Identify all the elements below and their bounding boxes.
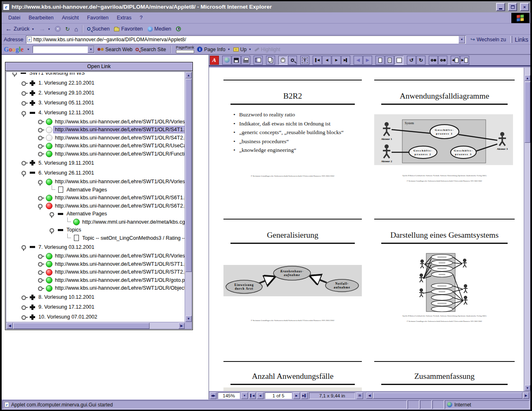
address-dropdown-button[interactable]: ▼ [458,36,465,43]
tree-item[interactable]: http://www.mml.uni-hannover.de/meta/kbs.… [6,218,185,226]
tree-item[interactable]: Topic -- swtOnt_LingConMethods3 / Rating… [6,234,185,242]
next-document-button[interactable]: ▶ [460,56,469,65]
next-page-button[interactable]: ▶ [332,56,341,65]
home-button[interactable]: ⌂ [72,25,80,33]
next-page-button[interactable]: ▶ [293,392,300,399]
tree-collapsed-handle-icon[interactable] [38,135,44,141]
tree-collapsed-handle-icon[interactable] [21,100,28,106]
tree-item[interactable]: 3. Vorlesung 05.11.2001 [6,98,185,108]
page-indicator[interactable]: 1 of 5 [265,392,292,399]
tree-item[interactable]: http://www.kbs.uni-hannover.de/Lehre/SWT… [6,134,185,142]
tree-collapsed-handle-icon[interactable] [38,277,44,283]
scroll-up-button[interactable]: ▲ [525,75,530,81]
prev-document-button[interactable]: ◀ [451,56,460,65]
menu-ansicht[interactable]: Ansicht [58,13,83,22]
search-site-button[interactable]: Search Site [135,47,166,52]
zoom-in-button[interactable] [288,56,297,65]
google-search-dropdown[interactable]: ▼ [88,46,94,53]
tree-expanded-handle-icon[interactable] [12,73,19,76]
tree-item[interactable]: http://www.kbs.uni-hannover.de/Lehre/SWT… [6,260,185,268]
go-button[interactable]: ↪ Wechseln zu [468,35,508,43]
last-page-button[interactable]: ▶▌ [301,392,308,399]
back-dropdown-icon[interactable]: ▼ [31,28,34,31]
highlight-button[interactable]: Highlight [254,47,280,52]
tree-collapsed-handle-icon[interactable] [21,90,28,96]
tree-item[interactable]: http://www.kbs.uni-hannover.de/Lehre/SWT… [6,276,185,284]
splitter-button[interactable]: ◀▶ [210,392,216,399]
tree-collapsed-handle-icon[interactable] [21,304,28,310]
tree-collapsed-handle-icon[interactable] [21,294,28,300]
tree-item[interactable]: 4. Vorlesung 12.11.2001 [6,108,185,118]
tree-item[interactable]: Alternative Pages [6,186,185,194]
tree-collapsed-handle-icon[interactable] [38,261,44,267]
tree-item[interactable]: 9. Vorlesung 17.12.2001 [6,302,185,312]
copy-button[interactable] [266,56,275,65]
scroll-right-button[interactable]: ▶ [523,392,529,399]
tree-item[interactable]: http://www.kbs.uni-hannover.de/Lehre/SWT… [6,150,185,158]
tree-expanded-handle-icon[interactable] [21,170,28,176]
scrollbar-thumb[interactable] [525,82,530,143]
tree-item[interactable]: Topics [6,226,185,234]
scroll-down-button[interactable]: ▼ [525,385,530,391]
first-page-button[interactable]: ▌◀ [249,392,256,399]
menu-favoriten[interactable]: Favoriten [83,13,113,22]
favorites-button[interactable]: Favoriten [112,25,145,33]
tree-expanded-handle-icon[interactable] [49,227,56,233]
save-button[interactable] [232,56,241,65]
print-button[interactable] [241,56,250,65]
menu-hilfe[interactable]: ? [135,13,147,22]
rotate-left-button[interactable]: ↺ [407,56,416,65]
zoom-dropdown-button[interactable]: ▼ [241,392,248,399]
tree-expanded-handle-icon[interactable] [21,244,28,250]
tree-expanded-handle-icon[interactable] [21,110,28,116]
tree-item[interactable]: http://www.kbs.uni-hannover.de/Lehre/SWT… [6,126,185,134]
scrollbar-thumb[interactable] [185,79,192,272]
refresh-button[interactable]: ↻ [63,25,72,33]
search-web-button[interactable]: Search Web [97,47,133,52]
tree-collapsed-handle-icon[interactable] [38,151,44,157]
tree-item[interactable]: 8. Vorlesung 10.12.2001 [6,292,185,302]
scroll-down-button[interactable]: ▼ [185,316,192,322]
tree-item[interactable]: 1. Vorlesung 22.10.2001 [6,78,185,88]
tree-collapsed-handle-icon[interactable] [38,127,44,133]
pdf-vertical-scrollbar[interactable]: ▲ ▼ [524,68,530,391]
menu-bearbeiten[interactable]: Bearbeiten [24,13,57,22]
minimize-button[interactable] [496,3,505,11]
google-search-input[interactable]: ▼ [33,46,95,53]
google-logo[interactable]: Google [4,46,24,53]
tree-item[interactable]: http://www.kbs.uni-hannover.de/Lehre/SWT… [6,194,185,202]
scroll-left-button[interactable]: ◀ [366,392,373,399]
google-logo-dropdown[interactable]: ▼ [27,48,30,51]
tree-item[interactable]: http://www.kbs.uni-hannover.de/Lehre/SWT… [6,118,185,126]
tree-collapsed-handle-icon[interactable] [38,195,44,201]
tree-collapsed-handle-icon[interactable] [38,118,44,125]
fit-width-button[interactable] [394,56,404,65]
address-input[interactable]: e http://www.kbs.uni-hannover.de/~gavril… [26,35,466,44]
tree-item[interactable]: 2. Vorlesung 29.10.2001 [6,88,185,98]
tree-collapsed-handle-icon[interactable] [38,143,44,149]
scrollbar-thumb[interactable] [13,323,150,329]
tree-collapsed-handle-icon[interactable] [21,314,28,320]
open-button[interactable] [222,56,231,65]
forward-dropdown-icon[interactable]: ▼ [48,28,50,31]
up-dropdown[interactable]: ▼ [249,48,252,51]
back-button[interactable]: ← Zurück ▼ [3,25,36,33]
close-button[interactable]: × [520,3,529,11]
history-button[interactable] [174,26,183,32]
tree-item[interactable]: http://www.kbs.uni-hannover.de/Lehre/SWT… [6,178,185,186]
links-label[interactable]: Links [515,36,528,43]
pdf-horizontal-scrollbar[interactable]: ◀ ▶ [366,392,530,399]
adobe-acrobat-button[interactable]: A [210,56,219,65]
tree-item[interactable]: 10. Vorlesung 07.01.2002 [6,312,185,322]
tree-collapsed-handle-icon[interactable] [21,80,28,86]
rotate-right-button[interactable]: ↻ [416,56,425,65]
tree-item[interactable]: 7. Vorlesung 03.12.2001 [6,242,185,252]
tree-item[interactable]: http://www.kbs.uni-hannover.de/Lehre/SWT… [6,252,185,260]
tree-expanded-handle-icon[interactable] [38,203,44,209]
tree-collapsed-handle-icon[interactable] [21,160,28,166]
tree-item[interactable]: SWT1 Vorlesung im WS [6,73,185,78]
zoom-level[interactable]: 145% [218,392,240,399]
tree-item[interactable]: 6. Vorlesung 26.11.2001 [6,168,185,178]
tree-item[interactable]: http://www.kbs.uni-hannover.de/Lehre/SWT… [6,268,185,276]
tree-collapsed-handle-icon[interactable] [38,253,44,259]
